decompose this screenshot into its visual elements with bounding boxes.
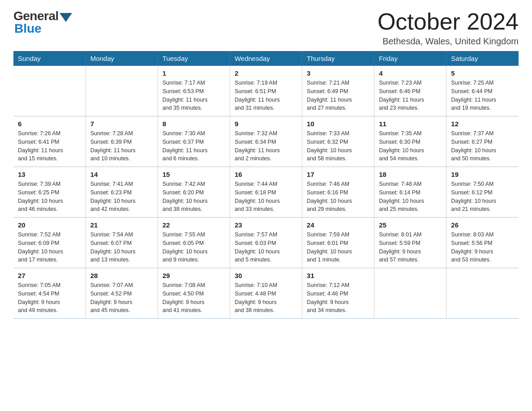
calendar-week-row: 13Sunrise: 7:39 AMSunset: 6:25 PMDayligh… — [13, 167, 519, 218]
day-number: 11 — [379, 120, 442, 128]
day-number: 1 — [163, 69, 225, 77]
calendar-cell: 24Sunrise: 7:59 AMSunset: 6:01 PMDayligh… — [302, 218, 374, 268]
day-number: 2 — [235, 69, 297, 77]
calendar-cell: 7Sunrise: 7:28 AMSunset: 6:39 PMDaylight… — [86, 116, 158, 167]
logo-arrow-icon — [60, 13, 72, 22]
calendar-cell: 28Sunrise: 7:07 AMSunset: 4:52 PMDayligh… — [86, 268, 158, 319]
day-info: Sunrise: 7:08 AMSunset: 4:50 PMDaylight:… — [163, 281, 225, 315]
day-info: Sunrise: 7:44 AMSunset: 6:18 PMDaylight:… — [235, 180, 297, 214]
day-number: 21 — [90, 221, 153, 229]
day-number: 26 — [451, 221, 514, 229]
day-info: Sunrise: 7:52 AMSunset: 6:09 PMDaylight:… — [18, 231, 81, 264]
day-info: Sunrise: 7:42 AMSunset: 6:20 PMDaylight:… — [163, 180, 225, 214]
day-info: Sunrise: 7:41 AMSunset: 6:23 PMDaylight:… — [90, 180, 153, 214]
day-number: 30 — [235, 272, 297, 279]
calendar-week-row: 6Sunrise: 7:26 AMSunset: 6:41 PMDaylight… — [13, 116, 519, 167]
calendar-cell — [374, 268, 446, 319]
day-info: Sunrise: 7:39 AMSunset: 6:25 PMDaylight:… — [18, 180, 81, 214]
calendar-cell: 9Sunrise: 7:32 AMSunset: 6:34 PMDaylight… — [230, 116, 302, 167]
calendar-cell — [13, 66, 86, 116]
calendar-week-row: 1Sunrise: 7:17 AMSunset: 6:53 PMDaylight… — [13, 66, 519, 116]
calendar-cell: 29Sunrise: 7:08 AMSunset: 4:50 PMDayligh… — [158, 268, 230, 319]
calendar-cell: 19Sunrise: 7:50 AMSunset: 6:12 PMDayligh… — [446, 167, 519, 218]
day-info: Sunrise: 7:59 AMSunset: 6:01 PMDaylight:… — [307, 231, 369, 264]
day-number: 20 — [18, 221, 81, 229]
day-info: Sunrise: 7:05 AMSunset: 4:54 PMDaylight:… — [18, 281, 81, 315]
calendar-cell: 13Sunrise: 7:39 AMSunset: 6:25 PMDayligh… — [13, 167, 86, 218]
calendar-cell: 27Sunrise: 7:05 AMSunset: 4:54 PMDayligh… — [13, 268, 86, 319]
location-text: Bethesda, Wales, United Kingdom — [378, 36, 519, 47]
title-section: October 2024 Bethesda, Wales, United Kin… — [378, 9, 519, 47]
day-info: Sunrise: 7:37 AMSunset: 6:27 PMDaylight:… — [451, 129, 514, 163]
calendar-cell: 11Sunrise: 7:35 AMSunset: 6:30 PMDayligh… — [374, 116, 446, 167]
day-number: 29 — [163, 272, 225, 279]
day-info: Sunrise: 7:23 AMSunset: 6:46 PMDaylight:… — [379, 79, 442, 112]
day-info: Sunrise: 7:28 AMSunset: 6:39 PMDaylight:… — [90, 129, 153, 163]
day-info: Sunrise: 7:17 AMSunset: 6:53 PMDaylight:… — [163, 79, 225, 112]
day-info: Sunrise: 8:03 AMSunset: 5:56 PMDaylight:… — [451, 231, 514, 264]
calendar-cell: 18Sunrise: 7:48 AMSunset: 6:14 PMDayligh… — [374, 167, 446, 218]
day-number: 10 — [307, 120, 369, 128]
day-info: Sunrise: 7:57 AMSunset: 6:03 PMDaylight:… — [235, 231, 297, 264]
day-info: Sunrise: 7:12 AMSunset: 4:46 PMDaylight:… — [307, 281, 369, 315]
calendar-cell: 22Sunrise: 7:55 AMSunset: 6:05 PMDayligh… — [158, 218, 230, 268]
day-number: 14 — [90, 171, 153, 178]
calendar-cell — [86, 66, 158, 116]
day-number: 16 — [235, 171, 297, 178]
day-info: Sunrise: 7:48 AMSunset: 6:14 PMDaylight:… — [379, 180, 442, 214]
calendar-week-row: 27Sunrise: 7:05 AMSunset: 4:54 PMDayligh… — [13, 268, 519, 319]
day-info: Sunrise: 7:25 AMSunset: 6:44 PMDaylight:… — [451, 79, 514, 112]
calendar-cell: 31Sunrise: 7:12 AMSunset: 4:46 PMDayligh… — [302, 268, 374, 319]
calendar-cell: 25Sunrise: 8:01 AMSunset: 5:59 PMDayligh… — [374, 218, 446, 268]
day-number: 9 — [235, 120, 297, 128]
calendar-header-tuesday: Tuesday — [158, 51, 230, 66]
day-info: Sunrise: 7:21 AMSunset: 6:49 PMDaylight:… — [307, 79, 369, 112]
day-info: Sunrise: 8:01 AMSunset: 5:59 PMDaylight:… — [379, 231, 442, 264]
calendar-cell: 6Sunrise: 7:26 AMSunset: 6:41 PMDaylight… — [13, 116, 86, 167]
day-number: 6 — [18, 120, 81, 128]
day-info: Sunrise: 7:30 AMSunset: 6:37 PMDaylight:… — [163, 129, 225, 163]
calendar-cell: 5Sunrise: 7:25 AMSunset: 6:44 PMDaylight… — [446, 66, 519, 116]
calendar-cell: 23Sunrise: 7:57 AMSunset: 6:03 PMDayligh… — [230, 218, 302, 268]
day-number: 19 — [451, 171, 514, 178]
day-number: 27 — [18, 272, 81, 279]
calendar-header-monday: Monday — [86, 51, 158, 66]
calendar-header-saturday: Saturday — [446, 51, 519, 66]
calendar-cell: 16Sunrise: 7:44 AMSunset: 6:18 PMDayligh… — [230, 167, 302, 218]
day-number: 25 — [379, 221, 442, 229]
day-number: 22 — [163, 221, 225, 229]
day-info: Sunrise: 7:54 AMSunset: 6:07 PMDaylight:… — [90, 231, 153, 264]
day-number: 31 — [307, 272, 369, 279]
calendar-cell: 21Sunrise: 7:54 AMSunset: 6:07 PMDayligh… — [86, 218, 158, 268]
day-info: Sunrise: 7:33 AMSunset: 6:32 PMDaylight:… — [307, 129, 369, 163]
calendar-cell: 4Sunrise: 7:23 AMSunset: 6:46 PMDaylight… — [374, 66, 446, 116]
calendar-header-wednesday: Wednesday — [230, 51, 302, 66]
calendar-cell: 30Sunrise: 7:10 AMSunset: 4:48 PMDayligh… — [230, 268, 302, 319]
calendar-cell: 10Sunrise: 7:33 AMSunset: 6:32 PMDayligh… — [302, 116, 374, 167]
calendar-cell: 17Sunrise: 7:46 AMSunset: 6:16 PMDayligh… — [302, 167, 374, 218]
calendar-cell: 8Sunrise: 7:30 AMSunset: 6:37 PMDaylight… — [158, 116, 230, 167]
day-number: 3 — [307, 69, 369, 77]
calendar-cell: 26Sunrise: 8:03 AMSunset: 5:56 PMDayligh… — [446, 218, 519, 268]
day-info: Sunrise: 7:10 AMSunset: 4:48 PMDaylight:… — [235, 281, 297, 315]
day-number: 15 — [163, 171, 225, 178]
day-number: 8 — [163, 120, 225, 128]
calendar-cell: 1Sunrise: 7:17 AMSunset: 6:53 PMDaylight… — [158, 66, 230, 116]
day-number: 4 — [379, 69, 442, 77]
day-number: 5 — [451, 69, 514, 77]
day-number: 18 — [379, 171, 442, 178]
calendar-cell: 20Sunrise: 7:52 AMSunset: 6:09 PMDayligh… — [13, 218, 86, 268]
day-info: Sunrise: 7:50 AMSunset: 6:12 PMDaylight:… — [451, 180, 514, 214]
calendar-cell: 12Sunrise: 7:37 AMSunset: 6:27 PMDayligh… — [446, 116, 519, 167]
calendar-cell — [446, 268, 519, 319]
calendar-cell: 15Sunrise: 7:42 AMSunset: 6:20 PMDayligh… — [158, 167, 230, 218]
calendar-table: SundayMondayTuesdayWednesdayThursdayFrid… — [13, 51, 519, 319]
day-number: 7 — [90, 120, 153, 128]
calendar-cell: 2Sunrise: 7:19 AMSunset: 6:51 PMDaylight… — [230, 66, 302, 116]
calendar-week-row: 20Sunrise: 7:52 AMSunset: 6:09 PMDayligh… — [13, 218, 519, 268]
logo-blue-text: Blue — [14, 21, 42, 36]
calendar-cell: 14Sunrise: 7:41 AMSunset: 6:23 PMDayligh… — [86, 167, 158, 218]
calendar-header-friday: Friday — [374, 51, 446, 66]
calendar-header-sunday: Sunday — [13, 51, 86, 66]
logo: General Blue — [13, 9, 72, 36]
